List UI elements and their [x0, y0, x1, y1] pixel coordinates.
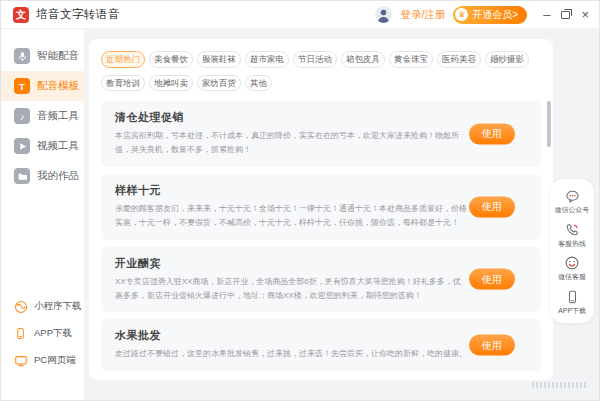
wechat-official-account-icon — [564, 189, 581, 204]
minimize-icon[interactable]: – — [543, 8, 550, 21]
template-card: 样样十元 亲爱的顾客朋友们，来来来，十元十元！全场十元！一律十元！通通十元！本处… — [101, 174, 541, 240]
sidebar-item-dubbing-templates[interactable]: T 配音模板 — [1, 71, 84, 101]
sidebar-bottom-label: 小程序下载 — [34, 300, 82, 313]
category-tab-festival[interactable]: 节日活动 — [293, 51, 337, 68]
sidebar-bottom-label: PC网页端 — [34, 354, 76, 367]
templates-panel: 近期热门 美食餐饮 服装鞋袜 超市家电 节日活动 箱包皮具 黄金珠宝 医药美容 … — [89, 39, 553, 380]
video-icon — [14, 138, 30, 154]
sidebar-item-label: 音频工具 — [37, 109, 79, 123]
category-tab-jewelry[interactable]: 黄金珠宝 — [389, 51, 433, 68]
toolbar-label: 微信公众号 — [552, 206, 592, 213]
avatar[interactable] — [375, 6, 392, 23]
category-tab-wedding-photo[interactable]: 婚纱摄影 — [485, 51, 529, 68]
template-title: 清仓处理促销 — [115, 110, 468, 125]
template-card: 开业酬宾 XX专卖店强势入驻XX商场，新店开业，全场商品全部6折，更有惊喜大奖等… — [101, 247, 541, 313]
template-title: 样样十元 — [115, 183, 468, 198]
sidebar-item-label: 我的作品 — [37, 169, 79, 183]
sidebar-bottom-label: APP下载 — [34, 327, 72, 340]
sidebar-item-my-works[interactable]: 我的作品 — [1, 161, 84, 191]
open-membership-button[interactable]: ♛ 开通会员> — [453, 6, 527, 24]
template-title: 开业酬宾 — [115, 256, 468, 271]
main-area: 近期热门 美食餐饮 服装鞋袜 超市家电 节日活动 箱包皮具 黄金珠宝 医药美容 … — [85, 29, 599, 400]
template-card: 清仓处理促销 本店房租到期，亏本处理，不计成本，真正的降价，实实在在的亏本，欢迎… — [101, 101, 541, 167]
service-hotline-icon — [564, 222, 580, 238]
sidebar-item-label: 视频工具 — [37, 139, 79, 153]
app-logo-icon: 文 — [13, 7, 29, 23]
login-register-link[interactable]: 登录/注册 — [400, 8, 445, 22]
template-content: 走过路过不要错过，这里的水果批发销售，过来挑，过来选！先尝后买，让你吃的新鲜，吃… — [115, 347, 468, 361]
toolbar-label: 客服热线 — [552, 240, 592, 247]
mic-icon — [14, 48, 30, 64]
template-card-list: 清仓处理促销 本店房租到期，亏本处理，不计成本，真正的降价，实实在在的亏本，欢迎… — [101, 101, 541, 371]
window-controls: – × — [543, 8, 589, 21]
template-icon: T — [14, 78, 30, 94]
toolbar-item-wechat-official[interactable]: 微信公众号 — [550, 186, 594, 219]
template-content: XX专卖店强势入驻XX商场，新店开业，全场商品全部6折，更有惊喜大奖等您抢购！好… — [115, 275, 468, 304]
use-template-button[interactable]: 使用 — [469, 335, 515, 356]
category-tab-other[interactable]: 其他 — [245, 75, 272, 92]
phone-icon — [13, 326, 28, 341]
toolbar-item-hotline[interactable]: 客服热线 — [550, 219, 594, 253]
toolbar-item-app-download[interactable]: APP下载 — [550, 286, 594, 320]
category-tab-food[interactable]: 美食餐饮 — [149, 51, 193, 68]
scrollbar-thumb[interactable] — [547, 101, 551, 147]
audio-icon: ♪ — [14, 108, 30, 124]
watermark — [532, 382, 587, 388]
maximize-restore-icon[interactable] — [561, 11, 570, 19]
sidebar-item-label: 配音模板 — [37, 79, 79, 93]
sidebar-item-smart-dubbing[interactable]: 智能配音 — [1, 41, 84, 71]
vip-crown-icon: ♛ — [455, 8, 468, 21]
category-tab-home-textile[interactable]: 家纺百货 — [197, 75, 241, 92]
template-content: 本店房租到期，亏本处理，不计成本，真正的降价，实实在在的亏本，欢迎大家进来抢购！… — [115, 129, 468, 158]
miniprogram-icon — [13, 299, 28, 314]
sidebar-item-miniprogram-download[interactable]: 小程序下载 — [1, 293, 84, 320]
app-download-icon — [565, 289, 580, 305]
use-template-button[interactable]: 使用 — [469, 196, 515, 217]
category-tab-education[interactable]: 教育培训 — [101, 75, 145, 92]
toolbar-item-wechat-service[interactable]: 微信客服 — [550, 252, 594, 286]
sidebar-item-video-tools[interactable]: 视频工具 — [1, 131, 84, 161]
category-tab-clothing[interactable]: 服装鞋袜 — [197, 51, 241, 68]
category-tab-bags[interactable]: 箱包皮具 — [341, 51, 385, 68]
contact-toolbar: 微信公众号 客服热线 微信客服 — [550, 179, 594, 323]
category-tab-supermarket[interactable]: 超市家电 — [245, 51, 289, 68]
sidebar-item-label: 智能配音 — [37, 49, 79, 63]
toolbar-label: 微信客服 — [552, 273, 592, 280]
template-content: 亲爱的顾客朋友们，来来来，十元十元！全场十元！一律十元！通通十元！本处商品多质量… — [115, 202, 468, 231]
wechat-service-icon — [564, 255, 580, 271]
app-title: 培音文字转语音 — [36, 7, 120, 22]
template-card: 水果批发 走过路过不要错过，这里的水果批发销售，过来挑，过来选！先尝后买，让你吃… — [101, 319, 541, 370]
use-template-button[interactable]: 使用 — [469, 269, 515, 290]
close-icon[interactable]: × — [581, 8, 589, 21]
sidebar-item-pc-web[interactable]: PC网页端 — [1, 347, 84, 374]
sidebar-item-audio-tools[interactable]: ♪ 音频工具 — [1, 101, 84, 131]
category-tabs: 近期热门 美食餐饮 服装鞋袜 超市家电 节日活动 箱包皮具 黄金珠宝 医药美容 … — [101, 51, 541, 91]
category-tab-medical-beauty[interactable]: 医药美容 — [437, 51, 481, 68]
category-tab-street-vendor[interactable]: 地摊叫卖 — [149, 75, 193, 92]
monitor-icon — [13, 353, 28, 368]
toolbar-label: APP下载 — [552, 307, 592, 314]
titlebar: 文 培音文字转语音 登录/注册 ♛ 开通会员> – × — [1, 1, 599, 29]
app-window: 文 培音文字转语音 登录/注册 ♛ 开通会员> – × — [0, 0, 600, 401]
sidebar-bottom-links: 小程序下载 APP下载 PC网页端 — [1, 293, 84, 374]
works-folder-icon — [14, 168, 30, 184]
use-template-button[interactable]: 使用 — [469, 123, 515, 144]
template-title: 水果批发 — [115, 328, 468, 343]
sidebar-item-app-download[interactable]: APP下载 — [1, 320, 84, 347]
logo-glyph: 文 — [16, 8, 26, 22]
category-tab-recent-hot[interactable]: 近期热门 — [101, 51, 145, 68]
left-sidebar: 智能配音 T 配音模板 ♪ 音频工具 视频工具 我的作品 — [1, 29, 85, 400]
vip-label: 开通会员> — [472, 8, 518, 22]
